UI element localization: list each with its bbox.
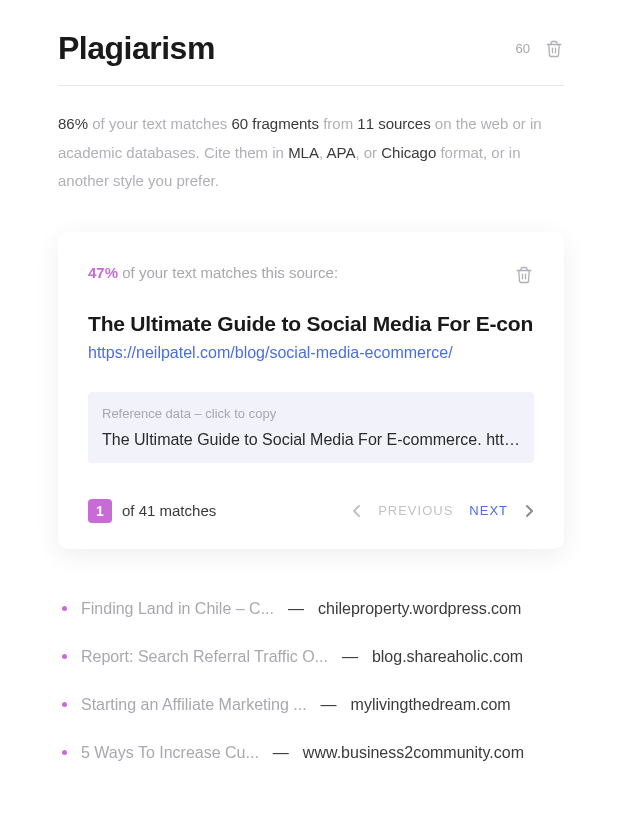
chevron-right-icon [524, 504, 534, 518]
fragment-count: 60 [516, 41, 530, 56]
page-current: 1 [88, 499, 112, 523]
delete-all-button[interactable] [544, 38, 564, 60]
bullet-icon [62, 702, 67, 707]
trash-icon [545, 39, 563, 59]
source-title: The Ultimate Guide to Social Media For E… [88, 312, 534, 336]
reference-label: Reference data – click to copy [102, 406, 520, 421]
prev-button[interactable]: PREVIOUS [378, 503, 453, 518]
cite-chicago[interactable]: Chicago [381, 144, 436, 161]
summary-pct: 86% [58, 115, 88, 132]
page-total: of 41 matches [122, 502, 216, 519]
source-item-title: Starting an Affiliate Marketing ... [81, 696, 307, 714]
source-item-title: Finding Land in Chile – C... [81, 600, 274, 618]
next-arrow[interactable] [524, 504, 534, 518]
list-item[interactable]: Finding Land in Chile – C... — chileprop… [62, 585, 560, 633]
other-sources-list: Finding Land in Chile – C... — chileprop… [58, 585, 564, 777]
source-url[interactable]: https://neilpatel.com/blog/social-media-… [88, 344, 534, 362]
source-item-domain: chileproperty.wordpress.com [318, 600, 521, 618]
next-button[interactable]: NEXT [469, 503, 508, 518]
list-item[interactable]: Starting an Affiliate Marketing ... — my… [62, 681, 560, 729]
bullet-icon [62, 750, 67, 755]
source-item-title: Report: Search Referral Traffic O... [81, 648, 328, 666]
summary-sources: 11 sources [357, 115, 430, 132]
summary-fragments: 60 fragments [231, 115, 319, 132]
cite-mla[interactable]: MLA [288, 144, 319, 161]
source-item-domain: mylivingthedream.com [351, 696, 511, 714]
source-card: 47% of your text matches this source: Th… [58, 232, 564, 549]
list-item[interactable]: 5 Ways To Increase Cu... — www.business2… [62, 729, 560, 777]
bullet-icon [62, 606, 67, 611]
chevron-left-icon [352, 504, 362, 518]
reference-text: The Ultimate Guide to Social Media For E… [102, 431, 520, 449]
reference-copy-box[interactable]: Reference data – click to copy The Ultim… [88, 392, 534, 463]
page-title: Plagiarism [58, 30, 215, 67]
delete-source-button[interactable] [514, 264, 534, 286]
header: Plagiarism 60 [58, 30, 564, 86]
source-item-title: 5 Ways To Increase Cu... [81, 744, 259, 762]
source-item-domain: blog.shareaholic.com [372, 648, 523, 666]
source-item-domain: www.business2community.com [303, 744, 524, 762]
summary-text: 86% of your text matches 60 fragments fr… [58, 110, 564, 196]
source-match-pct: 47% [88, 264, 118, 281]
header-actions: 60 [516, 38, 564, 60]
match-pager: 1 of 41 matches PREVIOUS NEXT [88, 499, 534, 523]
trash-icon [515, 265, 533, 285]
source-match-line: 47% of your text matches this source: [88, 264, 338, 281]
bullet-icon [62, 654, 67, 659]
list-item[interactable]: Report: Search Referral Traffic O... — b… [62, 633, 560, 681]
prev-arrow[interactable] [352, 504, 362, 518]
cite-apa[interactable]: APA [326, 144, 355, 161]
